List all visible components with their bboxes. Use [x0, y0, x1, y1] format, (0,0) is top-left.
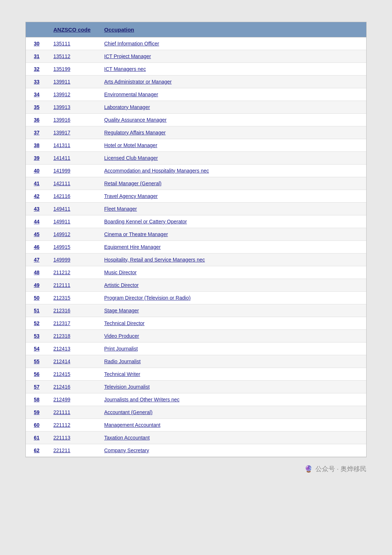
- cell-anzsco-code[interactable]: 211212: [48, 266, 98, 279]
- cell-occupation[interactable]: Company Secretary: [98, 444, 366, 457]
- cell-row-num[interactable]: 61: [26, 432, 48, 444]
- cell-anzsco-code[interactable]: 212111: [48, 279, 98, 292]
- cell-occupation[interactable]: Technical Writer: [98, 368, 366, 381]
- cell-occupation[interactable]: Hospitality, Retail and Service Managers…: [98, 254, 366, 266]
- cell-occupation[interactable]: Laboratory Manager: [98, 101, 366, 114]
- cell-occupation[interactable]: Hotel or Motel Manager: [98, 139, 366, 152]
- cell-row-num[interactable]: 48: [26, 266, 48, 279]
- cell-row-num[interactable]: 42: [26, 190, 48, 203]
- cell-occupation[interactable]: Stage Manager: [98, 304, 366, 317]
- cell-anzsco-code[interactable]: 135199: [48, 63, 98, 76]
- cell-row-num[interactable]: 43: [26, 203, 48, 215]
- cell-anzsco-code[interactable]: 221211: [48, 444, 98, 457]
- cell-anzsco-code[interactable]: 212315: [48, 292, 98, 304]
- cell-row-num[interactable]: 30: [26, 37, 48, 50]
- cell-anzsco-code[interactable]: 149915: [48, 241, 98, 254]
- cell-occupation[interactable]: Program Director (Television or Radio): [98, 292, 366, 304]
- cell-anzsco-code[interactable]: 135111: [48, 37, 98, 50]
- cell-occupation[interactable]: Journalists and Other Writers nec: [98, 393, 366, 406]
- cell-anzsco-code[interactable]: 212317: [48, 317, 98, 330]
- cell-anzsco-code[interactable]: 139912: [48, 88, 98, 101]
- cell-occupation[interactable]: Equipment Hire Manager: [98, 241, 366, 254]
- cell-anzsco-code[interactable]: 141411: [48, 152, 98, 165]
- cell-anzsco-code[interactable]: 135112: [48, 50, 98, 63]
- cell-occupation[interactable]: Management Accountant: [98, 419, 366, 432]
- cell-row-num[interactable]: 46: [26, 241, 48, 254]
- cell-occupation[interactable]: Quality Assurance Manager: [98, 114, 366, 126]
- cell-anzsco-code[interactable]: 212413: [48, 343, 98, 355]
- cell-occupation[interactable]: Accommodation and Hospitality Managers n…: [98, 165, 366, 177]
- cell-anzsco-code[interactable]: 139917: [48, 126, 98, 139]
- cell-occupation[interactable]: Video Producer: [98, 330, 366, 343]
- cell-row-num[interactable]: 32: [26, 63, 48, 76]
- cell-row-num[interactable]: 55: [26, 355, 48, 368]
- cell-anzsco-code[interactable]: 141311: [48, 139, 98, 152]
- cell-occupation[interactable]: Regulatory Affairs Manager: [98, 126, 366, 139]
- cell-occupation[interactable]: Retail Manager (General): [98, 177, 366, 190]
- header-occupation[interactable]: Occupation: [98, 22, 366, 37]
- cell-row-num[interactable]: 41: [26, 177, 48, 190]
- cell-anzsco-code[interactable]: 141999: [48, 165, 98, 177]
- cell-occupation[interactable]: Technical Director: [98, 317, 366, 330]
- cell-occupation[interactable]: Licensed Club Manager: [98, 152, 366, 165]
- cell-anzsco-code[interactable]: 221111: [48, 406, 98, 419]
- cell-occupation[interactable]: Television Journalist: [98, 381, 366, 393]
- cell-row-num[interactable]: 31: [26, 50, 48, 63]
- cell-row-num[interactable]: 36: [26, 114, 48, 126]
- cell-occupation[interactable]: Radio Journalist: [98, 355, 366, 368]
- cell-anzsco-code[interactable]: 212415: [48, 368, 98, 381]
- cell-anzsco-code[interactable]: 221112: [48, 419, 98, 432]
- cell-anzsco-code[interactable]: 212499: [48, 393, 98, 406]
- cell-occupation[interactable]: Artistic Director: [98, 279, 366, 292]
- cell-anzsco-code[interactable]: 142116: [48, 190, 98, 203]
- cell-anzsco-code[interactable]: 149411: [48, 203, 98, 215]
- cell-occupation[interactable]: ICT Managers nec: [98, 63, 366, 76]
- cell-row-num[interactable]: 44: [26, 215, 48, 228]
- cell-occupation[interactable]: Print Journalist: [98, 343, 366, 355]
- cell-row-num[interactable]: 58: [26, 393, 48, 406]
- cell-occupation[interactable]: Accountant (General): [98, 406, 366, 419]
- cell-occupation[interactable]: Chief Information Officer: [98, 37, 366, 50]
- cell-occupation[interactable]: Fleet Manager: [98, 203, 366, 215]
- cell-row-num[interactable]: 38: [26, 139, 48, 152]
- cell-occupation[interactable]: Arts Administrator or Manager: [98, 76, 366, 88]
- cell-anzsco-code[interactable]: 149911: [48, 215, 98, 228]
- cell-occupation[interactable]: Travel Agency Manager: [98, 190, 366, 203]
- cell-occupation[interactable]: Cinema or Theatre Manager: [98, 228, 366, 241]
- cell-row-num[interactable]: 34: [26, 88, 48, 101]
- cell-row-num[interactable]: 33: [26, 76, 48, 88]
- cell-anzsco-code[interactable]: 212318: [48, 330, 98, 343]
- cell-row-num[interactable]: 37: [26, 126, 48, 139]
- cell-anzsco-code[interactable]: 139916: [48, 114, 98, 126]
- cell-anzsco-code[interactable]: 212414: [48, 355, 98, 368]
- cell-anzsco-code[interactable]: 142111: [48, 177, 98, 190]
- cell-occupation[interactable]: Environmental Manager: [98, 88, 366, 101]
- cell-anzsco-code[interactable]: 212316: [48, 304, 98, 317]
- cell-row-num[interactable]: 47: [26, 254, 48, 266]
- cell-row-num[interactable]: 59: [26, 406, 48, 419]
- cell-anzsco-code[interactable]: 139913: [48, 101, 98, 114]
- cell-anzsco-code[interactable]: 139911: [48, 76, 98, 88]
- cell-row-num[interactable]: 35: [26, 101, 48, 114]
- cell-row-num[interactable]: 62: [26, 444, 48, 457]
- cell-row-num[interactable]: 45: [26, 228, 48, 241]
- cell-row-num[interactable]: 54: [26, 343, 48, 355]
- cell-occupation[interactable]: Boarding Kennel or Cattery Operator: [98, 215, 366, 228]
- cell-anzsco-code[interactable]: 212416: [48, 381, 98, 393]
- cell-row-num[interactable]: 53: [26, 330, 48, 343]
- cell-anzsco-code[interactable]: 149999: [48, 254, 98, 266]
- cell-row-num[interactable]: 52: [26, 317, 48, 330]
- cell-occupation[interactable]: Music Director: [98, 266, 366, 279]
- cell-row-num[interactable]: 50: [26, 292, 48, 304]
- cell-row-num[interactable]: 57: [26, 381, 48, 393]
- header-anzsco[interactable]: ANZSCO code: [48, 22, 98, 37]
- cell-row-num[interactable]: 56: [26, 368, 48, 381]
- cell-occupation[interactable]: ICT Project Manager: [98, 50, 366, 63]
- cell-row-num[interactable]: 40: [26, 165, 48, 177]
- cell-occupation[interactable]: Taxation Accountant: [98, 432, 366, 444]
- cell-row-num[interactable]: 49: [26, 279, 48, 292]
- cell-row-num[interactable]: 60: [26, 419, 48, 432]
- cell-row-num[interactable]: 51: [26, 304, 48, 317]
- cell-anzsco-code[interactable]: 149912: [48, 228, 98, 241]
- cell-anzsco-code[interactable]: 221113: [48, 432, 98, 444]
